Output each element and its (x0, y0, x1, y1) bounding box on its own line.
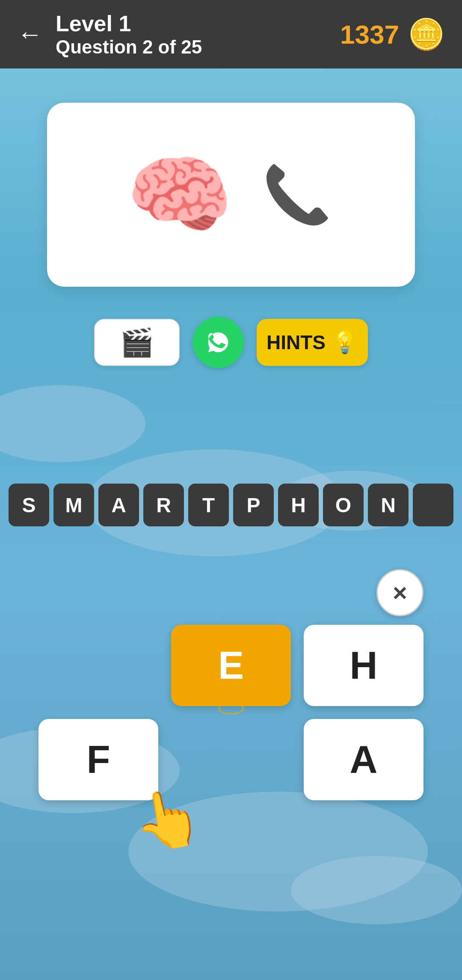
letter-tile-E[interactable]: E (171, 625, 291, 706)
phone-icon (259, 156, 336, 233)
header: ← Level 1 Question 2 of 25 1337 🪙 (0, 0, 462, 68)
action-buttons: 🎬 HINTS 💡 (0, 317, 462, 368)
letter-row-1: E H (0, 625, 462, 706)
answer-tile-8: O (323, 484, 364, 526)
clear-icon: × (393, 580, 407, 605)
answer-tile-10 (413, 484, 453, 526)
bulb-icon: 💡 (332, 330, 358, 355)
hints-label: HINTS (267, 331, 326, 354)
spacer-left (38, 625, 158, 706)
answer-tile-5: T (188, 484, 229, 526)
level-title: Level 1 (56, 11, 202, 36)
clear-button-wrapper: × (0, 548, 462, 616)
answer-tile-9: N (368, 484, 409, 526)
hints-button[interactable]: HINTS 💡 (257, 319, 368, 366)
whatsapp-button[interactable] (192, 317, 244, 368)
coin-count: 1337 (340, 19, 399, 50)
clapper-icon: 🎬 (120, 327, 154, 359)
ripple-ring (218, 702, 244, 715)
image-card: 🧠 (47, 103, 415, 287)
header-left: ← Level 1 Question 2 of 25 (17, 11, 202, 58)
answer-tile-7: H (278, 484, 319, 526)
answer-tile-3: A (98, 484, 139, 526)
clear-button[interactable]: × (376, 569, 424, 616)
whatsapp-icon (203, 327, 233, 357)
answer-tile-1: S (9, 484, 49, 526)
header-title-block: Level 1 Question 2 of 25 (56, 11, 202, 58)
header-right: 1337 🪙 (340, 17, 445, 52)
answer-row: S M A R T P H O N (0, 484, 462, 526)
answer-tile-6: P (233, 484, 274, 526)
answer-tile-4: R (143, 484, 184, 526)
question-subtitle: Question 2 of 25 (56, 36, 202, 58)
back-button[interactable]: ← (17, 21, 43, 47)
answer-tile-2: M (53, 484, 94, 526)
letter-row-2: F A (0, 719, 462, 800)
letter-tile-F[interactable]: F (38, 719, 158, 800)
clapper-button[interactable]: 🎬 (94, 319, 180, 366)
brain-emoji: 🧠 (126, 152, 233, 238)
letter-tile-H[interactable]: H (304, 625, 424, 706)
letter-tile-A[interactable]: A (304, 719, 424, 800)
coin-icon: 🪙 (408, 17, 445, 52)
spacer-mid (171, 719, 291, 800)
